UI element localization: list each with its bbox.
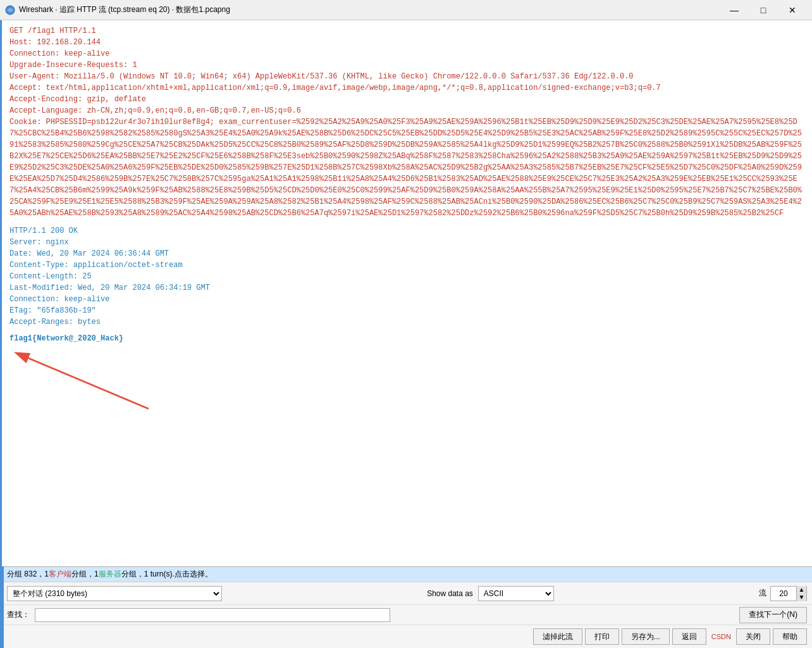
- filter-button[interactable]: 滤掉此流: [533, 628, 582, 645]
- maximize-button[interactable]: □: [749, 0, 778, 20]
- save-as-button[interactable]: 另存为...: [622, 628, 670, 645]
- response-line8: ETag: "65fa836b-19": [9, 305, 804, 316]
- response-line4: Content-Type: application/octet-stream: [9, 259, 804, 271]
- show-data-dropdown[interactable]: ASCII: [478, 586, 554, 601]
- back-button[interactable]: 返回: [672, 628, 706, 645]
- response-line7: Connection: keep-alive: [9, 294, 804, 305]
- cookie-line: Cookie: PHPSESSID=psb122ur4r3o7ih10lur8e…: [9, 116, 804, 219]
- find-next-button[interactable]: 查找下一个(N): [739, 607, 807, 623]
- close-window-button[interactable]: ✕: [778, 0, 807, 20]
- flow-down-button[interactable]: ▼: [796, 594, 806, 601]
- request-line6: Accept: text/html,application/xhtml+xml,…: [9, 82, 804, 94]
- response-line5: Content-Length: 25: [9, 271, 804, 282]
- http-content[interactable]: GET /flag1 HTTP/1.1 Host: 192.168.20.144…: [2, 20, 812, 566]
- status-text-pre: 分组 832，1: [7, 569, 49, 580]
- request-line4: Upgrade-Insecure-Requests: 1: [9, 59, 804, 71]
- title-bar: Wireshark · 追踪 HTTP 流 (tcp.stream eq 20)…: [0, 0, 812, 20]
- conversation-row: 整个对话 (2310 bytes) Show data as ASCII 流 2…: [2, 582, 812, 605]
- svg-line-2: [28, 358, 149, 409]
- spacer1: [9, 219, 804, 225]
- response-line9: Accept-Ranges: bytes: [9, 316, 804, 328]
- request-line7: Accept-Encoding: gzip, deflate: [9, 94, 804, 105]
- arrow-annotation: [9, 346, 804, 421]
- spacer2: [9, 328, 804, 334]
- request-line5: User-Agent: Mozilla/5.0 (Windows NT 10.0…: [9, 71, 804, 82]
- status-text-mid: 分组，1: [71, 569, 99, 580]
- conversation-dropdown[interactable]: 整个对话 (2310 bytes): [7, 586, 222, 601]
- csdn-watermark: CSDN: [711, 633, 731, 640]
- action-row: 滤掉此流 打印 另存为... 返回 CSDN 关闭 帮助: [2, 625, 812, 648]
- search-row: 查找： 查找下一个(N): [2, 605, 812, 625]
- close-button[interactable]: 关闭: [736, 628, 770, 645]
- response-line2: Server: nginx: [9, 237, 804, 248]
- content-area: GET /flag1 HTTP/1.1 Host: 192.168.20.144…: [0, 20, 812, 648]
- flow-spinner-buttons: ▲ ▼: [796, 586, 806, 601]
- minimize-button[interactable]: —: [720, 0, 749, 20]
- search-label: 查找：: [7, 609, 30, 620]
- status-text-end: 分组，1 turn(s).点击选择。: [121, 569, 212, 580]
- flow-input[interactable]: 20: [771, 589, 796, 598]
- status-server-text: 服务器: [99, 569, 121, 580]
- request-line2: Host: 192.168.20.144: [9, 37, 804, 48]
- flow-label: 流: [759, 588, 766, 599]
- flow-spinner[interactable]: 20 ▲ ▼: [770, 586, 807, 601]
- help-button[interactable]: 帮助: [773, 628, 807, 645]
- response-line1: HTTP/1.1 200 OK: [9, 225, 804, 237]
- request-line3: Connection: keep-alive: [9, 48, 804, 59]
- app-icon: [5, 5, 15, 15]
- response-line6: Last-Modified: Wed, 20 Mar 2024 06:34:19…: [9, 282, 804, 294]
- search-input[interactable]: [35, 608, 390, 622]
- response-line3: Date: Wed, 20 Mar 2024 06:36:44 GMT: [9, 248, 804, 259]
- request-line8: Accept-Language: zh-CN,zh;q=0.9,en;q=0.8…: [9, 105, 804, 116]
- status-client-text: 客户端: [49, 569, 71, 580]
- flow-up-button[interactable]: ▲: [796, 586, 806, 594]
- status-bar: 分组 832，1 客户端 分组，1 服务器 分组，1 turn(s).点击选择。: [2, 566, 812, 582]
- flag-value: flag1{Network@_2020_Hack}: [9, 334, 123, 343]
- window-title: Wireshark · 追踪 HTTP 流 (tcp.stream eq 20)…: [19, 4, 720, 15]
- request-line1: GET /flag1 HTTP/1.1: [9, 25, 804, 37]
- arrow-svg: [9, 346, 168, 415]
- show-data-label: Show data as: [427, 589, 473, 598]
- print-button[interactable]: 打印: [585, 628, 619, 645]
- bottom-controls: 整个对话 (2310 bytes) Show data as ASCII 流 2…: [2, 582, 812, 648]
